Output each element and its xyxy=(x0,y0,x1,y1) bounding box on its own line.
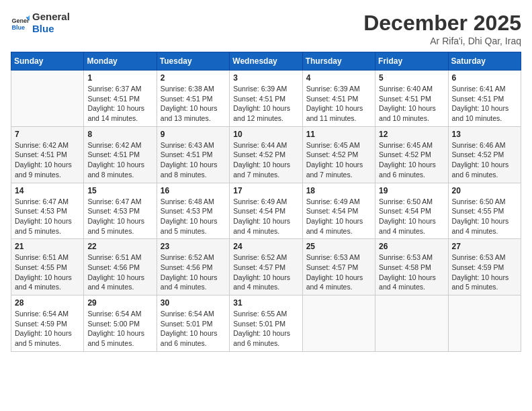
weekday-header: Friday xyxy=(375,52,448,71)
day-number: 19 xyxy=(379,186,444,195)
logo-text: GeneralBlue xyxy=(32,11,70,35)
calendar-cell xyxy=(302,295,375,352)
weekday-header: Wednesday xyxy=(230,52,302,71)
day-info: Sunrise: 6:54 AMSunset: 4:59 PMDaylight:… xyxy=(15,309,80,349)
calendar-cell: 31Sunrise: 6:55 AMSunset: 5:01 PMDayligh… xyxy=(230,295,302,352)
svg-text:Blue: Blue xyxy=(11,24,25,31)
day-info: Sunrise: 6:50 AMSunset: 4:54 PMDaylight:… xyxy=(379,197,444,236)
calendar-cell: 17Sunrise: 6:49 AMSunset: 4:54 PMDayligh… xyxy=(230,183,302,239)
day-number: 12 xyxy=(379,130,444,139)
day-info: Sunrise: 6:42 AMSunset: 4:51 PMDaylight:… xyxy=(15,140,80,180)
day-number: 28 xyxy=(15,298,80,308)
day-number: 27 xyxy=(452,242,517,251)
calendar-cell: 25Sunrise: 6:53 AMSunset: 4:57 PMDayligh… xyxy=(302,239,375,295)
day-number: 8 xyxy=(87,130,152,139)
day-info: Sunrise: 6:41 AMSunset: 4:51 PMDaylight:… xyxy=(452,84,517,124)
calendar-cell: 14Sunrise: 6:47 AMSunset: 4:53 PMDayligh… xyxy=(11,183,84,239)
day-info: Sunrise: 6:48 AMSunset: 4:53 PMDaylight:… xyxy=(161,197,226,236)
day-number: 25 xyxy=(306,242,371,251)
day-info: Sunrise: 6:51 AMSunset: 4:55 PMDaylight:… xyxy=(15,253,80,292)
day-info: Sunrise: 6:39 AMSunset: 4:51 PMDaylight:… xyxy=(306,84,371,124)
day-info: Sunrise: 6:53 AMSunset: 4:59 PMDaylight:… xyxy=(452,253,517,292)
calendar-cell: 24Sunrise: 6:52 AMSunset: 4:57 PMDayligh… xyxy=(230,239,302,295)
day-number: 10 xyxy=(233,130,298,139)
day-number: 26 xyxy=(379,242,444,251)
calendar-week-row: 14Sunrise: 6:47 AMSunset: 4:53 PMDayligh… xyxy=(11,183,521,239)
day-info: Sunrise: 6:53 AMSunset: 4:58 PMDaylight:… xyxy=(379,253,444,292)
day-number: 24 xyxy=(233,242,298,251)
day-number: 6 xyxy=(452,73,517,83)
calendar-cell: 26Sunrise: 6:53 AMSunset: 4:58 PMDayligh… xyxy=(375,239,448,295)
day-info: Sunrise: 6:52 AMSunset: 4:57 PMDaylight:… xyxy=(233,253,298,292)
day-info: Sunrise: 6:38 AMSunset: 4:51 PMDaylight:… xyxy=(161,84,226,124)
calendar-cell: 11Sunrise: 6:45 AMSunset: 4:52 PMDayligh… xyxy=(302,126,375,183)
calendar-cell: 8Sunrise: 6:42 AMSunset: 4:51 PMDaylight… xyxy=(84,126,157,183)
calendar-cell: 5Sunrise: 6:40 AMSunset: 4:51 PMDaylight… xyxy=(375,71,448,127)
calendar-cell: 18Sunrise: 6:49 AMSunset: 4:54 PMDayligh… xyxy=(302,183,375,239)
calendar-cell: 29Sunrise: 6:54 AMSunset: 5:00 PMDayligh… xyxy=(84,295,157,352)
svg-text:General: General xyxy=(11,17,30,24)
calendar-cell xyxy=(11,71,84,127)
day-info: Sunrise: 6:52 AMSunset: 4:56 PMDaylight:… xyxy=(161,253,226,292)
weekday-header: Sunday xyxy=(11,52,84,71)
day-info: Sunrise: 6:42 AMSunset: 4:51 PMDaylight:… xyxy=(87,140,152,180)
calendar-cell: 12Sunrise: 6:45 AMSunset: 4:52 PMDayligh… xyxy=(375,126,448,183)
calendar-cell: 30Sunrise: 6:54 AMSunset: 5:01 PMDayligh… xyxy=(157,295,229,352)
calendar-cell: 19Sunrise: 6:50 AMSunset: 4:54 PMDayligh… xyxy=(375,183,448,239)
day-info: Sunrise: 6:49 AMSunset: 4:54 PMDaylight:… xyxy=(306,197,371,236)
day-info: Sunrise: 6:45 AMSunset: 4:52 PMDaylight:… xyxy=(306,140,371,180)
day-number: 1 xyxy=(87,73,152,83)
calendar-cell xyxy=(375,295,448,352)
day-info: Sunrise: 6:51 AMSunset: 4:56 PMDaylight:… xyxy=(87,253,152,292)
day-number: 16 xyxy=(161,186,226,195)
day-info: Sunrise: 6:39 AMSunset: 4:51 PMDaylight:… xyxy=(233,84,298,124)
day-number: 5 xyxy=(379,73,444,83)
logo-icon: General Blue xyxy=(11,13,30,32)
weekday-header: Monday xyxy=(84,52,157,71)
calendar-cell: 13Sunrise: 6:46 AMSunset: 4:52 PMDayligh… xyxy=(448,126,521,183)
weekday-header: Thursday xyxy=(302,52,375,71)
day-info: Sunrise: 6:54 AMSunset: 5:00 PMDaylight:… xyxy=(87,309,152,349)
calendar-cell: 16Sunrise: 6:48 AMSunset: 4:53 PMDayligh… xyxy=(157,183,229,239)
day-number: 31 xyxy=(233,298,298,308)
day-info: Sunrise: 6:45 AMSunset: 4:52 PMDaylight:… xyxy=(379,140,444,180)
calendar-cell: 3Sunrise: 6:39 AMSunset: 4:51 PMDaylight… xyxy=(230,71,302,127)
calendar-cell: 21Sunrise: 6:51 AMSunset: 4:55 PMDayligh… xyxy=(11,239,84,295)
weekday-header: Saturday xyxy=(448,52,521,71)
calendar-cell: 4Sunrise: 6:39 AMSunset: 4:51 PMDaylight… xyxy=(302,71,375,127)
title-block: December 2025 Ar Rifa'i, Dhi Qar, Iraq xyxy=(363,11,521,46)
day-info: Sunrise: 6:50 AMSunset: 4:55 PMDaylight:… xyxy=(452,197,517,236)
calendar-cell: 28Sunrise: 6:54 AMSunset: 4:59 PMDayligh… xyxy=(11,295,84,352)
calendar-cell: 6Sunrise: 6:41 AMSunset: 4:51 PMDaylight… xyxy=(448,71,521,127)
calendar-cell: 20Sunrise: 6:50 AMSunset: 4:55 PMDayligh… xyxy=(448,183,521,239)
day-info: Sunrise: 6:54 AMSunset: 5:01 PMDaylight:… xyxy=(161,309,226,349)
calendar-cell: 23Sunrise: 6:52 AMSunset: 4:56 PMDayligh… xyxy=(157,239,229,295)
day-info: Sunrise: 6:40 AMSunset: 4:51 PMDaylight:… xyxy=(379,84,444,124)
weekday-header: Tuesday xyxy=(157,52,229,71)
day-number: 11 xyxy=(306,130,371,139)
day-number: 7 xyxy=(15,130,80,139)
day-number: 4 xyxy=(306,73,371,83)
day-info: Sunrise: 6:44 AMSunset: 4:52 PMDaylight:… xyxy=(233,140,298,180)
logo: General Blue GeneralBlue xyxy=(11,11,70,35)
calendar-table: SundayMondayTuesdayWednesdayThursdayFrid… xyxy=(11,52,521,352)
day-info: Sunrise: 6:46 AMSunset: 4:52 PMDaylight:… xyxy=(452,140,517,180)
day-info: Sunrise: 6:55 AMSunset: 5:01 PMDaylight:… xyxy=(233,309,298,349)
day-info: Sunrise: 6:49 AMSunset: 4:54 PMDaylight:… xyxy=(233,197,298,236)
day-number: 22 xyxy=(87,242,152,251)
calendar-cell: 2Sunrise: 6:38 AMSunset: 4:51 PMDaylight… xyxy=(157,71,229,127)
day-number: 3 xyxy=(233,73,298,83)
day-number: 20 xyxy=(452,186,517,195)
day-number: 18 xyxy=(306,186,371,195)
day-info: Sunrise: 6:43 AMSunset: 4:51 PMDaylight:… xyxy=(161,140,226,180)
day-number: 2 xyxy=(161,73,226,83)
day-info: Sunrise: 6:47 AMSunset: 4:53 PMDaylight:… xyxy=(87,197,152,236)
calendar-cell: 7Sunrise: 6:42 AMSunset: 4:51 PMDaylight… xyxy=(11,126,84,183)
page-header: General Blue GeneralBlue December 2025 A… xyxy=(11,11,521,46)
day-number: 23 xyxy=(161,242,226,251)
location-subtitle: Ar Rifa'i, Dhi Qar, Iraq xyxy=(363,36,521,46)
day-info: Sunrise: 6:53 AMSunset: 4:57 PMDaylight:… xyxy=(306,253,371,292)
calendar-week-row: 21Sunrise: 6:51 AMSunset: 4:55 PMDayligh… xyxy=(11,239,521,295)
calendar-cell: 15Sunrise: 6:47 AMSunset: 4:53 PMDayligh… xyxy=(84,183,157,239)
calendar-week-row: 28Sunrise: 6:54 AMSunset: 4:59 PMDayligh… xyxy=(11,295,521,352)
